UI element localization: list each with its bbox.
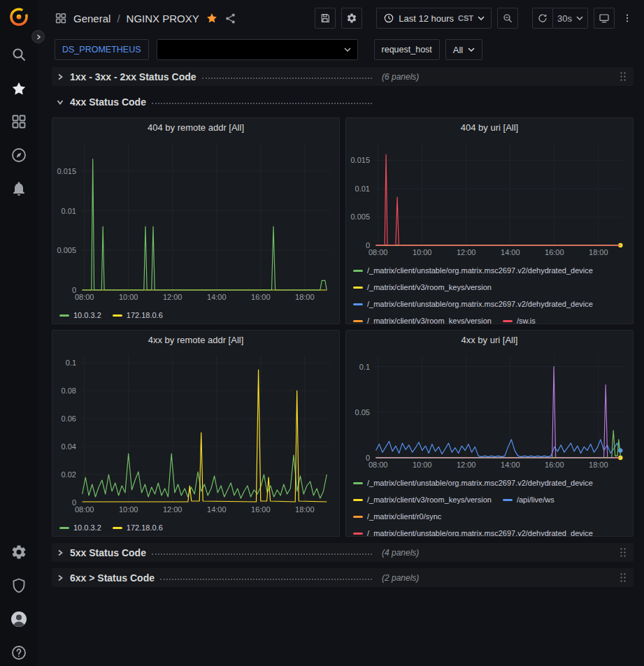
legend-swatch (353, 287, 363, 289)
series-line[interactable] (376, 430, 621, 458)
series-line[interactable] (83, 370, 327, 502)
legend-item[interactable]: /_matrix/client/v3/room_keys/version (353, 495, 492, 504)
chevron-right-icon (56, 574, 64, 582)
y-tick-label: 0.05 (355, 408, 370, 417)
datasource-variable-dropdown[interactable] (157, 39, 358, 60)
series-line[interactable] (376, 440, 621, 457)
refresh-button[interactable] (532, 8, 553, 29)
legend-row: /_matrix/client/unstable/org.matrix.msc2… (353, 525, 627, 537)
row-drag-handle-icon[interactable] (620, 71, 627, 82)
x-tick-label: 18:00 (589, 461, 608, 469)
time-range-picker[interactable]: Last 12 hours CST (376, 8, 492, 29)
favorite-star-icon[interactable] (206, 12, 218, 24)
row-drag-handle-icon[interactable] (620, 572, 627, 583)
timeseries-chart[interactable]: 00.0050.010.01508:0010:0012:0014:0016:00… (53, 136, 340, 303)
y-tick-label: 0.1 (359, 363, 370, 371)
legend-label: 10.0.3.2 (73, 523, 101, 532)
x-tick-label: 10:00 (413, 248, 432, 256)
legend-item[interactable]: /_matrix/client/unstable/org.matrix.msc2… (353, 479, 593, 487)
x-tick-label: 10:00 (119, 293, 138, 301)
row-dotted-leader (152, 103, 372, 104)
breadcrumb-folder[interactable]: General (73, 13, 110, 24)
timeseries-chart[interactable]: 00.0050.010.01508:0010:0012:0014:0016:00… (347, 136, 634, 258)
y-tick-label: 0.04 (62, 442, 76, 451)
breadcrumb: General / NGINX PROXY (55, 12, 236, 24)
help-icon[interactable] (10, 644, 27, 661)
explore-compass-icon[interactable] (10, 147, 27, 164)
series-line[interactable] (376, 154, 621, 245)
kebab-menu-icon[interactable] (620, 8, 634, 29)
legend-swatch (503, 320, 513, 322)
refresh-interval-value: 30s (557, 13, 572, 24)
chevron-down-icon (344, 48, 351, 52)
dashboard-title[interactable]: NGINX PROXY (127, 13, 199, 24)
zoom-out-button[interactable] (497, 8, 518, 29)
legend-label: /sw.js (517, 317, 536, 324)
legend-item[interactable]: /_matrix/client/v3/room_keys/version (353, 317, 492, 324)
alerting-bell-icon[interactable] (10, 180, 27, 197)
legend-item[interactable]: /sw.js (503, 317, 536, 324)
x-tick-label: 12:00 (457, 248, 476, 256)
user-avatar[interactable] (10, 611, 27, 628)
y-tick-label: 0.1 (66, 359, 76, 367)
legend-label: /_matrix/client/v3/room_keys/version (367, 317, 492, 324)
sidebar-expand-button[interactable] (31, 30, 45, 43)
timeseries-chart[interactable]: 00.050.108:0010:0012:0014:0016:0018:00 (347, 349, 634, 470)
dashboard-row-5xx: 5xx Status Code (4 panels) (52, 543, 634, 562)
x-tick-label: 14:00 (501, 461, 520, 469)
panel-title[interactable]: 4xx by uri [All] (346, 331, 633, 349)
series-line[interactable] (83, 454, 327, 498)
legend-item[interactable]: /_matrix/client/v3/room_keys/version (353, 283, 492, 291)
search-icon[interactable] (10, 46, 27, 63)
legend-label: /api/live/ws (517, 495, 554, 504)
row-toggle[interactable]: 1xx - 3xx - 2xx Status Code (56, 71, 378, 82)
legend-item[interactable]: 172.18.0.6 (113, 311, 163, 319)
dashboard-row-6xx: 6xx > Status Code (2 panels) (52, 568, 634, 587)
apps-grid-icon (55, 12, 67, 24)
server-admin-shield-icon[interactable] (10, 577, 27, 594)
panel-title[interactable]: 404 by remote addr [All] (52, 118, 339, 136)
save-dashboard-button[interactable] (315, 8, 336, 29)
starred-icon[interactable] (10, 80, 27, 97)
legend-row: /_matrix/client/unstable/org.matrix.msc2… (353, 296, 627, 312)
legend-swatch (353, 516, 363, 518)
legend-row: 10.0.3.2172.18.0.6 (59, 519, 334, 536)
dashboards-icon[interactable] (10, 113, 27, 130)
request-host-variable-label[interactable]: request_host (374, 39, 440, 60)
x-tick-label: 16:00 (545, 461, 564, 469)
legend-item[interactable]: /_matrix/client/r0/sync (353, 512, 441, 521)
x-tick-label: 12:00 (457, 461, 476, 469)
x-tick-label: 16:00 (251, 293, 271, 301)
legend-item[interactable]: 172.18.0.6 (113, 523, 163, 532)
row-toggle[interactable]: 6xx > Status Code (56, 572, 378, 584)
legend-swatch (353, 499, 363, 501)
panel-legend: /_matrix/client/unstable/org.matrix.msc2… (346, 470, 633, 537)
dashboard-settings-button[interactable] (341, 8, 362, 29)
row-drag-handle-icon[interactable] (620, 547, 627, 558)
legend-label: /_matrix/client/v3/room_keys/version (367, 283, 492, 291)
legend-item[interactable]: 10.0.3.2 (59, 523, 101, 532)
row-toggle[interactable]: 5xx Status Code (56, 547, 378, 558)
panel-title[interactable]: 4xx by remote addr [All] (52, 331, 339, 349)
legend-item[interactable]: /api/live/ws (503, 495, 554, 504)
legend-item[interactable]: /_matrix/client/unstable/org.matrix.msc2… (353, 300, 593, 308)
datasource-variable-label[interactable]: DS_PROMETHEUS (55, 39, 149, 60)
tv-cycle-view-button[interactable] (594, 8, 615, 29)
legend-item[interactable]: /_matrix/client/unstable/org.matrix.msc2… (353, 266, 593, 275)
series-line[interactable] (83, 159, 327, 290)
row-title: 4xx Status Code (70, 96, 146, 108)
panel-title[interactable]: 404 by uri [All] (346, 118, 633, 136)
refresh-interval-dropdown[interactable]: 30s (552, 8, 588, 29)
share-icon[interactable] (224, 13, 236, 24)
row-toggle[interactable]: 4xx Status Code (56, 96, 378, 108)
grafana-logo-icon[interactable] (8, 6, 30, 29)
configuration-gear-icon[interactable] (10, 544, 27, 560)
x-tick-label: 14:00 (207, 293, 227, 301)
legend-item[interactable]: /_matrix/client/unstable/org.matrix.msc2… (353, 529, 593, 537)
submenu: DS_PROMETHEUS request_host All (38, 36, 644, 63)
legend-item[interactable]: 10.0.3.2 (59, 311, 101, 319)
timeseries-chart[interactable]: 00.020.040.060.080.108:0010:0012:0014:00… (53, 349, 340, 515)
row-title: 6xx > Status Code (70, 572, 155, 584)
request-host-variable-dropdown[interactable]: All (445, 39, 482, 60)
panels-grid: 404 by remote addr [All] 00.0050.010.015… (52, 117, 634, 537)
